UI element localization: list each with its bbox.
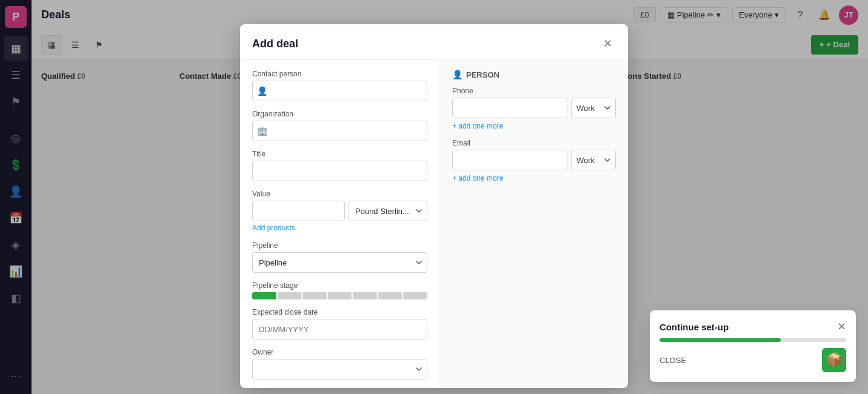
stage-seg-2[interactable] (278, 292, 302, 299)
email-input[interactable] (452, 150, 567, 170)
email-type-select[interactable]: Work Home Other (571, 150, 616, 170)
pipeline-group: Pipeline Pipeline (252, 241, 427, 273)
owner-label: Owner (252, 348, 427, 356)
notification-title: Continue set-up (659, 322, 729, 332)
notification-header: Continue set-up ✕ (659, 320, 846, 333)
add-products-link[interactable]: Add products (252, 224, 295, 232)
email-label: Email (452, 139, 616, 147)
contact-person-label: Contact person (252, 70, 427, 78)
value-input[interactable] (252, 201, 345, 221)
close-date-group: Expected close date (252, 308, 427, 339)
stage-seg-3[interactable] (302, 292, 327, 299)
notification-icon: 📦 (822, 348, 846, 372)
modal-title: Add deal (252, 38, 298, 50)
phone-input[interactable] (452, 98, 567, 118)
phone-type-select[interactable]: Work Home Mobile Other (571, 98, 616, 118)
add-phone-link[interactable]: + add one more (452, 122, 616, 130)
pipeline-select[interactable]: Pipeline (252, 252, 427, 273)
phone-row: Work Home Mobile Other (452, 98, 616, 118)
contact-person-group: Contact person 👤 (252, 70, 427, 101)
organization-input-wrapper: 🏢 (252, 121, 427, 141)
person-section-title: 👤 PERSON (452, 70, 616, 79)
title-group: Title (252, 150, 427, 181)
value-label: Value (252, 190, 427, 198)
add-email-link[interactable]: + add one more (452, 174, 616, 182)
title-input[interactable] (252, 161, 427, 181)
stage-seg-7[interactable] (403, 292, 427, 299)
value-group: Value Pound Sterlin... USD EUR Add produ… (252, 190, 427, 233)
phone-group: Phone Work Home Mobile Other + add one m… (452, 87, 616, 130)
contact-person-input-wrapper: 👤 (252, 81, 427, 101)
modal-left-column: Contact person 👤 Organization 🏢 (240, 60, 440, 388)
add-deal-modal: Add deal ✕ Contact person 👤 Organization (240, 24, 628, 388)
stage-seg-6[interactable] (378, 292, 402, 299)
owner-group: Owner (252, 348, 427, 379)
contact-person-icon: 👤 (257, 86, 267, 96)
modal-header: Add deal ✕ (240, 24, 628, 60)
organization-group: Organization 🏢 (252, 110, 427, 141)
organization-label: Organization (252, 110, 427, 118)
pipeline-stage-label: Pipeline stage (252, 281, 427, 290)
modal-body: Contact person 👤 Organization 🏢 (240, 60, 628, 388)
currency-select[interactable]: Pound Sterlin... USD EUR (349, 201, 427, 221)
close-date-input[interactable] (252, 319, 427, 339)
modal-close-button[interactable]: ✕ (599, 35, 616, 52)
pipeline-label: Pipeline (252, 241, 427, 250)
notification-close-link[interactable]: CLOSE (659, 356, 686, 365)
phone-label: Phone (452, 87, 616, 95)
bottom-notification: Continue set-up ✕ CLOSE 📦 (650, 310, 856, 382)
pipeline-stage-bar (252, 292, 427, 299)
contact-person-input[interactable] (252, 81, 427, 101)
organization-icon: 🏢 (257, 126, 267, 136)
email-group: Email Work Home Other + add one more (452, 139, 616, 182)
person-section-icon: 👤 (452, 70, 462, 79)
email-row: Work Home Other (452, 150, 616, 170)
close-date-label: Expected close date (252, 308, 427, 316)
notification-progress-fill (659, 338, 781, 342)
pipeline-stage-group: Pipeline stage (252, 281, 427, 299)
stage-seg-5[interactable] (353, 292, 377, 299)
stage-seg-4[interactable] (328, 292, 352, 299)
title-label: Title (252, 150, 427, 158)
notification-close-button[interactable]: ✕ (837, 320, 846, 333)
owner-select[interactable] (252, 359, 427, 379)
stage-seg-1[interactable] (252, 292, 276, 299)
notification-progress-bar (659, 338, 846, 342)
modal-right-column: 👤 PERSON Phone Work Home Mobile Other (440, 60, 628, 388)
value-row: Pound Sterlin... USD EUR (252, 201, 427, 221)
organization-input[interactable] (252, 121, 427, 141)
